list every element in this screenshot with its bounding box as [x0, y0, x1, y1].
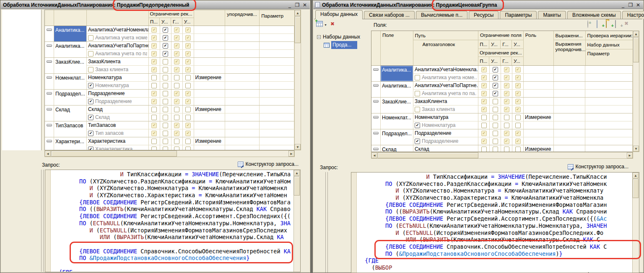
role-cell[interactable]: [524, 137, 554, 145]
restriction-cell[interactable]: [512, 121, 524, 129]
role-cell[interactable]: [524, 90, 554, 97]
checkbox[interactable]: ✔: [493, 75, 498, 80]
checkbox[interactable]: ✔: [481, 83, 487, 88]
fields-vscrollbar[interactable]: ▲ ▼: [633, 31, 639, 152]
checkbox[interactable]: [174, 139, 179, 144]
empty-cell[interactable]: [554, 98, 586, 105]
empty-cell[interactable]: [260, 98, 294, 105]
query-line[interactable]: И (ЕСТЬNULL(ИсторияИзмененияФорматовМага…: [52, 227, 293, 234]
table-row-sub[interactable]: ✔Характеристика: [87, 145, 294, 150]
checkbox[interactable]: [163, 75, 168, 80]
splitter[interactable]: [41, 170, 44, 272]
vscroll-thumb[interactable]: [295, 16, 301, 43]
checkbox[interactable]: ✔: [185, 123, 191, 128]
restriction-cell[interactable]: ✔: [512, 129, 524, 137]
empty-cell[interactable]: [225, 113, 260, 121]
checkbox[interactable]: [163, 123, 168, 128]
field-name-cell[interactable]: Номенклат...: [381, 113, 413, 129]
checkbox[interactable]: ✔: [185, 51, 191, 57]
role-cell[interactable]: Измерение: [194, 74, 226, 81]
table-row-group[interactable]: Номенклат...НоменклатураИзмерение✔Номенк…: [371, 113, 633, 129]
autotitle-cell[interactable]: Аналитика учета по па...: [413, 90, 478, 97]
restriction-cell[interactable]: [501, 113, 512, 121]
table-row-sub[interactable]: ✔Тип запасов✔✔✔: [87, 129, 294, 137]
role-cell[interactable]: Измерение: [524, 145, 554, 152]
empty-cell[interactable]: [260, 42, 294, 49]
role-cell[interactable]: [194, 66, 226, 73]
checkbox[interactable]: ✔: [185, 35, 191, 41]
maximize-icon[interactable]: ❐: [628, 1, 634, 9]
checkbox[interactable]: [163, 115, 168, 120]
checkbox[interactable]: [504, 147, 509, 152]
autotitle-cell[interactable]: ✔Подразделение: [87, 98, 149, 105]
checkbox[interactable]: ✔: [174, 51, 179, 57]
drag-grip-icon[interactable]: [373, 116, 379, 118]
autotitle-checkbox[interactable]: [88, 51, 93, 57]
path-cell[interactable]: ЗаказКлиента: [87, 58, 149, 65]
tab-4[interactable]: Ресурсы: [469, 11, 499, 19]
query-line[interactable]: ИЛИ (ВЫРАЗИТЬ(КлючиАналитикиУчетаНоменкл…: [358, 236, 632, 243]
query-line[interactable]: {ГДЕ: [358, 257, 632, 264]
empty-cell[interactable]: [554, 82, 586, 89]
restriction-cell[interactable]: ✔: [490, 66, 501, 73]
autotitle-checkbox[interactable]: [415, 91, 420, 96]
empty-cell[interactable]: [225, 82, 260, 89]
empty-cell[interactable]: [554, 121, 586, 129]
checkbox[interactable]: [515, 115, 521, 120]
restriction-cell[interactable]: ✔: [501, 82, 512, 89]
checkbox[interactable]: [185, 75, 191, 80]
drag-grip-icon[interactable]: [47, 92, 52, 95]
row-handle[interactable]: [371, 145, 381, 152]
empty-cell[interactable]: [260, 90, 294, 97]
restriction-cell[interactable]: ✔: [183, 90, 194, 97]
restriction-cell[interactable]: ✔: [183, 42, 194, 49]
checkbox[interactable]: [163, 83, 168, 88]
restriction-cell[interactable]: [478, 121, 490, 129]
empty-cell[interactable]: [225, 42, 260, 49]
minimize-icon[interactable]: _: [287, 1, 293, 9]
fields-vscrollbar[interactable]: ▲ ▼: [294, 10, 301, 150]
path-cell[interactable]: АналитикаУчетаПоПартне...: [413, 82, 478, 89]
empty-cell[interactable]: [260, 34, 294, 41]
titlebar-right[interactable]: Обработка ИсточникиДанныхПланирования: П…: [313, 1, 643, 9]
role-cell[interactable]: Измерение: [194, 137, 226, 145]
checkbox[interactable]: ✔: [504, 67, 509, 72]
checkbox[interactable]: [493, 131, 498, 136]
restriction-cell[interactable]: [160, 129, 171, 137]
restriction-cell[interactable]: [160, 90, 171, 97]
query-line[interactable]: ПО (XYZКоличество.РазделКлассификации = …: [52, 178, 293, 185]
empty-cell[interactable]: [225, 145, 260, 150]
restriction-cell[interactable]: ✔: [171, 129, 183, 137]
row-handle[interactable]: [45, 121, 54, 137]
tab-1[interactable]: Наборы данных: [315, 10, 363, 19]
restriction-cell[interactable]: [149, 82, 160, 89]
path-cell[interactable]: Склад: [87, 106, 149, 113]
tab-2[interactable]: Связи наборов ...: [364, 11, 415, 19]
tab-3[interactable]: Вычисляемые п...: [416, 11, 467, 19]
restriction-cell[interactable]: [183, 82, 194, 89]
query-vscrollbar[interactable]: ▲: [632, 173, 639, 273]
path-cell[interactable]: АналитикаУчетаНоменкла...: [413, 66, 478, 73]
tab-8[interactable]: Настройки: [622, 11, 644, 19]
empty-cell[interactable]: [260, 66, 294, 73]
drag-grip-icon[interactable]: [373, 100, 379, 103]
restriction-cell[interactable]: [160, 113, 171, 121]
empty-cell[interactable]: [585, 121, 633, 129]
path-cell[interactable]: Склад: [413, 145, 478, 152]
restriction-cell[interactable]: [160, 82, 171, 89]
table-row-main[interactable]: СкладИзмерение: [413, 145, 633, 152]
empty-cell[interactable]: [554, 129, 586, 137]
restriction-cell[interactable]: ✔: [512, 90, 524, 97]
restriction-cell[interactable]: ✔: [183, 121, 194, 129]
restriction-cell[interactable]: [149, 113, 160, 121]
empty-cell[interactable]: [225, 50, 260, 57]
tab-7[interactable]: Вложенные схемы: [567, 11, 621, 19]
path-cell[interactable]: Номенклатура: [413, 113, 478, 121]
drag-grip-icon[interactable]: [373, 68, 379, 71]
field-name-cell[interactable]: Склад: [381, 145, 413, 152]
drag-grip-icon[interactable]: [47, 124, 52, 126]
scroll-right-icon[interactable]: ►: [627, 152, 633, 158]
scroll-up-icon[interactable]: ▲: [633, 173, 639, 178]
autotitle-cell[interactable]: ✔Тип запасов: [87, 129, 149, 137]
empty-cell[interactable]: [554, 74, 586, 81]
